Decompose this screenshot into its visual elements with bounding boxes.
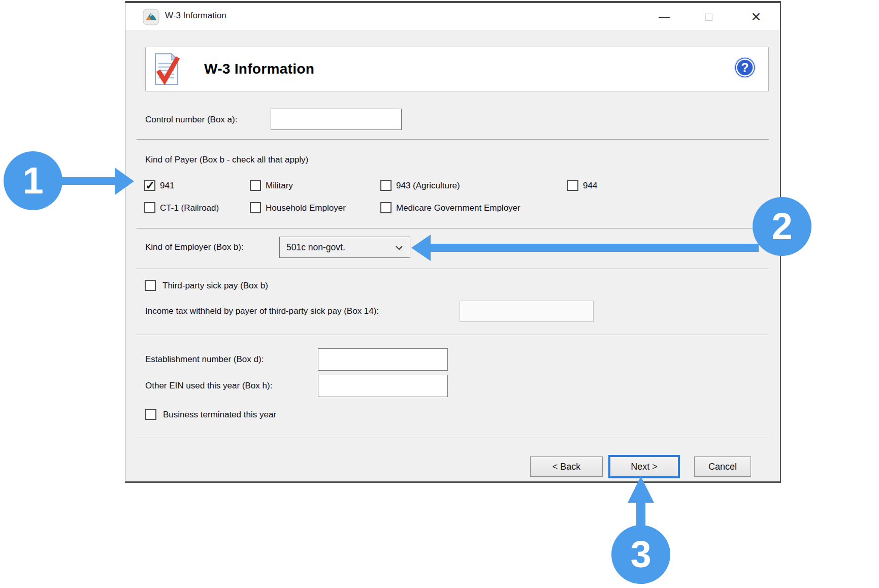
control-number-label: Control number (Box a):	[145, 109, 237, 131]
header-panel: W-3 Information ?	[145, 47, 769, 91]
kind-of-employer-value: 501c non-govt.	[286, 237, 345, 257]
other-ein-label: Other EIN used this year (Box h):	[145, 375, 272, 397]
page-title: W-3 Information	[204, 47, 314, 91]
chevron-down-icon	[395, 245, 403, 250]
back-button[interactable]: < Back	[530, 456, 603, 477]
annotation-3-arrow: 3	[611, 476, 670, 584]
close-button[interactable]: ✕	[744, 5, 768, 28]
separator	[137, 228, 769, 228]
third-party-sick-pay-label: Third-party sick pay (Box b)	[162, 280, 268, 291]
income-tax-withheld-input	[460, 301, 594, 322]
establishment-number-input[interactable]	[318, 348, 448, 371]
annotation-1-circle	[4, 151, 62, 210]
other-ein-input[interactable]	[318, 375, 448, 397]
cancel-button[interactable]: Cancel	[694, 456, 751, 477]
business-terminated-label: Business terminated this year	[163, 409, 276, 420]
kind-of-payer-944-label: 944	[583, 180, 597, 191]
separator	[137, 335, 769, 335]
control-number-input[interactable]	[271, 109, 402, 130]
business-terminated-checkbox[interactable]	[145, 409, 156, 420]
kind-of-payer-household-checkbox[interactable]	[250, 202, 261, 213]
minimize-button[interactable]: —	[653, 5, 676, 28]
svg-text:?: ?	[741, 60, 748, 75]
separator	[137, 139, 769, 140]
kind-of-payer-household-label: Household Employer	[266, 202, 346, 214]
help-icon[interactable]: ?	[734, 56, 756, 79]
kind-of-payer-ct1-label: CT-1 (Railroad)	[160, 202, 219, 214]
annotation-3-circle	[611, 525, 670, 584]
kind-of-payer-military-checkbox[interactable]	[250, 180, 261, 191]
kind-of-payer-medicare-label: Medicare Government Employer	[396, 202, 520, 214]
kind-of-payer-military-label: Military	[266, 180, 293, 191]
annotation-1-arrow: 1	[4, 151, 134, 210]
kind-of-payer-941-label: 941	[160, 180, 174, 191]
maximize-button: □	[697, 5, 721, 28]
kind-of-payer-medicare-checkbox[interactable]	[380, 202, 392, 213]
income-tax-withheld-label: Income tax withheld by payer of third-pa…	[145, 301, 379, 322]
separator	[137, 269, 769, 269]
annotation-1-number: 1	[22, 159, 43, 202]
kind-of-employer-label: Kind of Employer (Box b):	[145, 237, 244, 258]
kind-of-payer-ct1-checkbox[interactable]	[144, 202, 155, 213]
establishment-number-label: Establishment number (Box d):	[145, 348, 264, 371]
annotation-3-number: 3	[630, 533, 651, 575]
next-button[interactable]: Next >	[608, 455, 680, 478]
check-icon: ✓	[145, 181, 154, 190]
window-title: W-3 Information	[165, 3, 226, 30]
app-icon	[143, 9, 159, 25]
kind-of-employer-dropdown[interactable]: 501c non-govt.	[279, 237, 410, 258]
kind-of-payer-943-label: 943 (Agriculture)	[396, 180, 460, 191]
document-check-icon	[153, 53, 180, 85]
third-party-sick-pay-checkbox[interactable]	[145, 280, 156, 291]
kind-of-payer-941-checkbox[interactable]: ✓	[144, 180, 155, 191]
w3-information-dialog: W-3 Information — □ ✕ W-3 Information ? …	[125, 1, 781, 483]
kind-of-payer-944-checkbox[interactable]	[567, 180, 578, 191]
separator	[137, 438, 769, 438]
kind-of-payer-943-checkbox[interactable]	[380, 180, 392, 191]
kind-of-payer-label: Kind of Payer (Box b - check all that ap…	[145, 153, 308, 167]
title-bar: W-3 Information — □ ✕	[125, 3, 780, 30]
